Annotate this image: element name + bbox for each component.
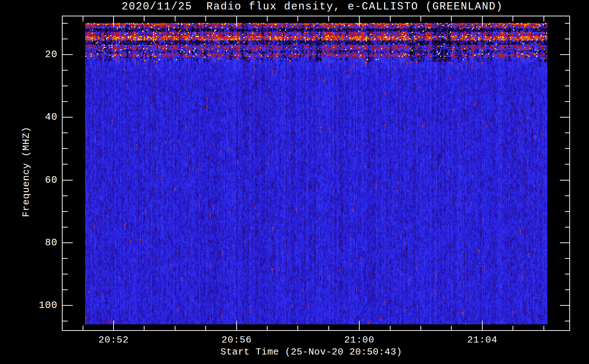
spectrogram-figure: 2020/11/25 Radio flux density, e-CALLIST… (0, 0, 589, 364)
y-major-tick-right (560, 117, 570, 118)
x-major-tick (359, 321, 360, 331)
y-tick-label: 20 (0, 50, 58, 59)
x-minor-tick (513, 326, 513, 331)
x-minor-tick-top (267, 16, 268, 21)
x-minor-tick-top (420, 16, 421, 21)
y-tick-label: 80 (0, 238, 58, 248)
x-minor-tick (451, 326, 452, 331)
x-minor-tick (543, 326, 544, 331)
x-major-tick (113, 321, 114, 331)
y-major-tick (63, 54, 73, 55)
y-minor-tick-right (565, 195, 570, 196)
x-minor-tick-top (297, 16, 298, 21)
x-major-tick-top (236, 16, 237, 27)
y-minor-tick-right (565, 132, 570, 133)
y-minor-tick (63, 148, 68, 149)
x-major-tick-top (359, 16, 360, 27)
x-minor-tick-top (328, 16, 329, 21)
x-minor-tick (328, 326, 329, 331)
y-minor-tick-right (565, 70, 570, 71)
x-major-tick-top (113, 16, 114, 27)
x-minor-tick (175, 326, 175, 331)
y-major-tick-right (560, 242, 570, 243)
x-minor-tick (267, 326, 268, 331)
x-tick-label: 21:04 (453, 335, 511, 345)
x-major-tick (482, 321, 483, 331)
y-minor-tick (63, 23, 68, 24)
x-minor-tick-top (144, 16, 145, 21)
y-tick-label: 40 (0, 112, 58, 122)
y-minor-tick-right (565, 39, 570, 39)
x-minor-tick-top (451, 16, 452, 21)
x-minor-tick (297, 326, 298, 331)
y-minor-tick (63, 211, 68, 212)
x-tick-label: 21:00 (330, 335, 388, 345)
x-minor-tick-top (83, 16, 83, 21)
x-minor-tick (144, 326, 145, 331)
y-major-tick-right (560, 54, 570, 55)
y-minor-tick (63, 70, 68, 71)
y-minor-tick (63, 289, 68, 290)
y-minor-tick-right (565, 23, 570, 24)
y-major-tick-right (560, 305, 570, 306)
y-tick-label: 100 (0, 301, 58, 310)
x-tick-label: 20:52 (84, 335, 143, 345)
y-major-tick (63, 117, 73, 118)
x-axis-title: Start Time (25-Nov-20 20:50:43) (62, 347, 560, 357)
y-axis-title: Frequency (MHZ) (21, 126, 32, 217)
y-minor-tick-right (565, 258, 570, 259)
y-minor-tick (63, 274, 68, 274)
chart-title: 2020/11/25 Radio flux density, e-CALLIST… (36, 1, 589, 13)
y-minor-tick (63, 86, 68, 86)
x-minor-tick-top (205, 16, 206, 21)
x-major-tick (236, 321, 237, 331)
y-minor-tick (63, 101, 68, 102)
y-minor-tick (63, 321, 68, 321)
y-minor-tick (63, 132, 68, 133)
spectrogram-image (85, 23, 548, 324)
x-minor-tick-top (513, 16, 513, 21)
y-minor-tick (63, 39, 68, 39)
x-major-tick-top (482, 16, 483, 27)
y-minor-tick-right (565, 274, 570, 274)
x-minor-tick (390, 326, 391, 331)
y-minor-tick (63, 227, 68, 228)
x-minor-tick-top (390, 16, 391, 21)
y-minor-tick-right (565, 227, 570, 228)
y-minor-tick-right (565, 211, 570, 212)
y-minor-tick (63, 258, 68, 259)
x-minor-tick-top (543, 16, 544, 21)
x-minor-tick (205, 326, 206, 331)
x-minor-tick (420, 326, 421, 331)
y-major-tick (63, 180, 73, 181)
y-major-tick (63, 305, 73, 306)
y-minor-tick-right (565, 148, 570, 149)
x-minor-tick-top (175, 16, 175, 21)
y-minor-tick (63, 195, 68, 196)
y-minor-tick-right (565, 164, 570, 165)
y-major-tick (63, 242, 73, 243)
y-minor-tick (63, 164, 68, 165)
x-minor-tick (83, 326, 83, 331)
y-major-tick-right (560, 180, 570, 181)
y-minor-tick-right (565, 101, 570, 102)
y-minor-tick-right (565, 86, 570, 86)
x-tick-label: 20:56 (207, 335, 266, 345)
y-minor-tick-right (565, 289, 570, 290)
y-minor-tick-right (565, 321, 570, 321)
